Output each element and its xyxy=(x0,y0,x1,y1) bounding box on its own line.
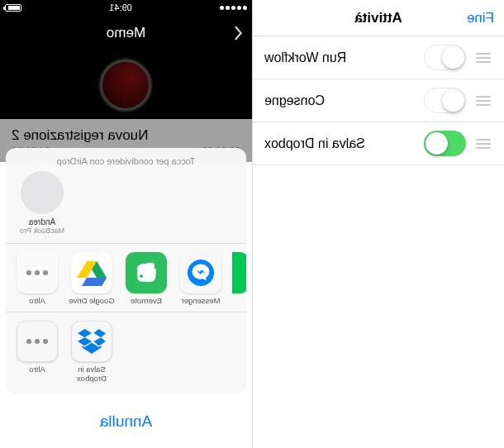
share-app-evernote[interactable]: Evernote xyxy=(123,252,169,305)
signal-icon xyxy=(220,6,247,10)
activity-label: Salva in Dropbox xyxy=(264,136,416,151)
share-action-more[interactable]: Altro xyxy=(14,321,60,383)
status-time: 09:41 xyxy=(109,2,132,12)
share-sheet: Tocca per condividere con AirDrop Andrea… xyxy=(6,148,246,442)
recording-name: Nuova registrazione 2 xyxy=(12,127,240,144)
avatar xyxy=(21,171,64,214)
share-action-dropbox[interactable]: Salva inDropbox xyxy=(69,321,115,383)
activity-label: Consegne xyxy=(264,93,416,108)
battery-icon xyxy=(5,4,21,12)
evernote-icon xyxy=(126,252,167,293)
activity-label: Run Workflow xyxy=(264,50,416,65)
airdrop-target[interactable]: AndreaMacBook Pro xyxy=(17,171,67,235)
more-icon xyxy=(17,252,58,293)
activity-toggle[interactable] xyxy=(424,131,466,156)
messenger-icon xyxy=(180,252,221,293)
share-app-messenger[interactable]: Messenger xyxy=(178,252,224,305)
gdrive-icon xyxy=(71,252,112,293)
done-button[interactable]: Fine xyxy=(467,10,494,26)
share-app-more[interactable]: Altro xyxy=(14,252,60,305)
dropbox-icon xyxy=(71,321,112,362)
record-button[interactable] xyxy=(101,60,152,111)
cancel-button[interactable]: Annulla xyxy=(6,401,246,442)
nav-title: Memo xyxy=(107,25,145,41)
activity-row: Consegne xyxy=(253,79,504,122)
airdrop-hint: Tocca per condividere con AirDrop xyxy=(6,156,246,168)
more-icon xyxy=(17,321,58,362)
activity-toggle[interactable] xyxy=(424,45,466,70)
activity-toggle[interactable] xyxy=(424,88,466,113)
reorder-handle-icon[interactable] xyxy=(474,96,492,106)
activity-row: Run Workflow xyxy=(253,36,504,79)
status-bar: 09:41 xyxy=(0,0,252,15)
chevron-left-icon xyxy=(234,26,244,41)
reorder-handle-icon[interactable] xyxy=(474,139,492,149)
share-app-cut[interactable] xyxy=(232,252,246,305)
cut-icon xyxy=(232,252,246,293)
back-button[interactable] xyxy=(234,26,244,41)
reorder-handle-icon[interactable] xyxy=(474,53,492,63)
activity-row: Salva in Dropbox xyxy=(253,122,504,165)
share-app-gdrive[interactable]: Google Drive xyxy=(69,252,115,305)
